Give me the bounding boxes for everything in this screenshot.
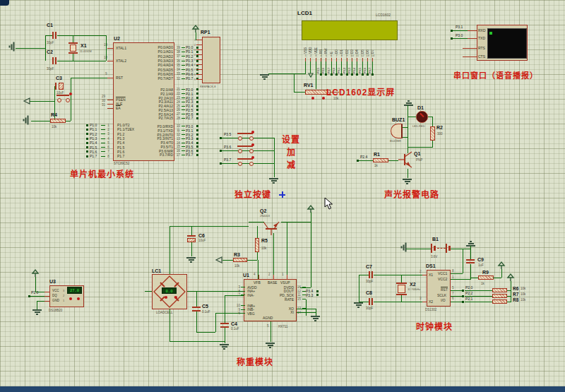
capacitor[interactable] — [52, 32, 54, 39]
resistor[interactable] — [492, 299, 507, 304]
capacitor[interactable] — [55, 83, 56, 90]
pin-row[interactable]: P0.1/AD1 38 P0.1 — [134, 49, 198, 54]
resistor[interactable] — [492, 288, 507, 292]
capacitor[interactable] — [466, 259, 475, 261]
terminal[interactable] — [346, 73, 348, 76]
terminal[interactable] — [196, 125, 198, 127]
pin-row[interactable]: P2.7/A15 28 P2.7 — [134, 117, 198, 121]
terminal[interactable] — [196, 133, 198, 136]
terminal[interactable] — [356, 73, 358, 76]
battery[interactable] — [446, 244, 447, 253]
led[interactable] — [416, 111, 428, 123]
terminal[interactable] — [196, 150, 198, 152]
lcd-screen[interactable] — [302, 20, 398, 40]
terminal[interactable] — [316, 290, 319, 292]
pin-num: 11 — [296, 293, 302, 297]
pin-row[interactable]: P0.5/AD5 34 P0.5 — [134, 67, 198, 71]
terminal[interactable] — [325, 73, 327, 76]
terminal[interactable] — [451, 37, 453, 40]
key-button-set[interactable] — [238, 136, 242, 141]
capacitor[interactable] — [369, 271, 370, 278]
capacitor[interactable] — [55, 57, 56, 64]
battery[interactable] — [434, 246, 436, 251]
resistor[interactable] — [50, 119, 66, 123]
resistor[interactable] — [430, 126, 435, 141]
terminal[interactable] — [340, 73, 343, 76]
terminal[interactable] — [196, 113, 198, 115]
pin-row[interactable]: P0.2/AD2 37 P0.2 — [134, 54, 198, 59]
capacitor[interactable] — [369, 298, 370, 305]
transistor-pnp[interactable] — [398, 150, 412, 169]
terminal[interactable] — [196, 88, 198, 90]
capacitor[interactable] — [52, 57, 54, 64]
terminal[interactable] — [462, 295, 464, 297]
terminal[interactable] — [196, 138, 198, 140]
terminal[interactable] — [316, 294, 319, 296]
pin-row[interactable]: RATE 15 — [249, 297, 319, 302]
cap-val: 30pF — [47, 41, 54, 44]
terminal[interactable] — [462, 301, 464, 303]
capacitor[interactable] — [371, 298, 373, 305]
terminal[interactable] — [196, 93, 198, 95]
terminal[interactable] — [196, 145, 198, 148]
capacitor[interactable] — [220, 323, 229, 324]
reset-button[interactable] — [57, 98, 61, 102]
terminal[interactable] — [320, 73, 322, 76]
serial-screen[interactable] — [487, 28, 527, 59]
pin-row[interactable]: P3.7/RD 17 P3.7 — [134, 153, 198, 158]
crystal-body[interactable] — [398, 285, 405, 293]
key-button-sub[interactable] — [238, 162, 242, 166]
terminal[interactable] — [335, 73, 338, 76]
key-button-add[interactable] — [249, 149, 254, 153]
reset-button[interactable] — [66, 98, 70, 102]
pin-row[interactable]: P0.7/AD7 32 P0.7 — [134, 76, 198, 81]
crystal-body[interactable] — [70, 44, 76, 52]
capacitor[interactable] — [55, 32, 56, 39]
pin-row[interactable]: P0.4/AD4 35 P0.4 — [134, 63, 198, 67]
lcd-pin-column[interactable]: D7 14 P0.7 — [370, 40, 375, 77]
terminal[interactable] — [196, 105, 198, 107]
terminal[interactable] — [331, 73, 333, 76]
pin-row[interactable]: P0.6/AD6 33 P0.6 — [134, 72, 198, 76]
resistor[interactable] — [478, 275, 494, 280]
transistor-pnp[interactable] — [262, 221, 280, 235]
schematic-canvas[interactable]: U2 STC89C52 19 XTAL1 18 XTAL2 9 RST 29 P… — [0, 0, 565, 392]
respack-body[interactable] — [202, 37, 220, 83]
pin-num: 39 — [175, 46, 182, 49]
terminal[interactable] — [196, 129, 198, 131]
terminal[interactable] — [196, 142, 198, 144]
terminal[interactable] — [196, 109, 198, 111]
terminal[interactable] — [196, 101, 198, 103]
pin-row[interactable]: P1.0 1 P1.0/T2 — [86, 123, 134, 127]
terminal[interactable] — [28, 295, 30, 297]
crystal[interactable] — [69, 42, 78, 44]
pin-row[interactable]: P0.3/AD3 36 P0.3 — [134, 59, 198, 63]
resistor[interactable] — [373, 158, 388, 162]
terminal[interactable] — [362, 73, 364, 76]
terminal[interactable] — [371, 73, 374, 76]
terminal[interactable] — [196, 97, 198, 99]
crystal[interactable] — [396, 283, 407, 284]
key-button-add[interactable] — [238, 149, 242, 153]
capacitor[interactable] — [187, 235, 196, 237]
resistor[interactable] — [492, 294, 507, 298]
key-button-set[interactable] — [249, 136, 254, 141]
pin-row[interactable]: P1.7 8 P1.7 — [86, 154, 134, 158]
key-button-sub[interactable] — [249, 162, 254, 166]
capacitor[interactable] — [371, 271, 373, 278]
terminal[interactable] — [196, 154, 198, 156]
battery[interactable] — [431, 244, 432, 253]
terminal[interactable] — [367, 73, 369, 76]
terminal[interactable] — [351, 73, 353, 76]
terminal[interactable] — [196, 117, 198, 119]
capacitor[interactable] — [59, 83, 64, 90]
capacitor[interactable] — [466, 262, 475, 263]
capacitor[interactable] — [192, 307, 201, 308]
terminal[interactable] — [462, 290, 464, 292]
pin-row[interactable]: P1.1 2 P1.1/T2EX — [86, 127, 134, 131]
pin-row[interactable]: P0.0/AD0 39 P0.0 — [134, 45, 198, 49]
resistor[interactable] — [255, 238, 259, 252]
resistor[interactable] — [233, 258, 247, 262]
terminal[interactable] — [451, 30, 453, 32]
buzzer[interactable] — [391, 124, 403, 138]
